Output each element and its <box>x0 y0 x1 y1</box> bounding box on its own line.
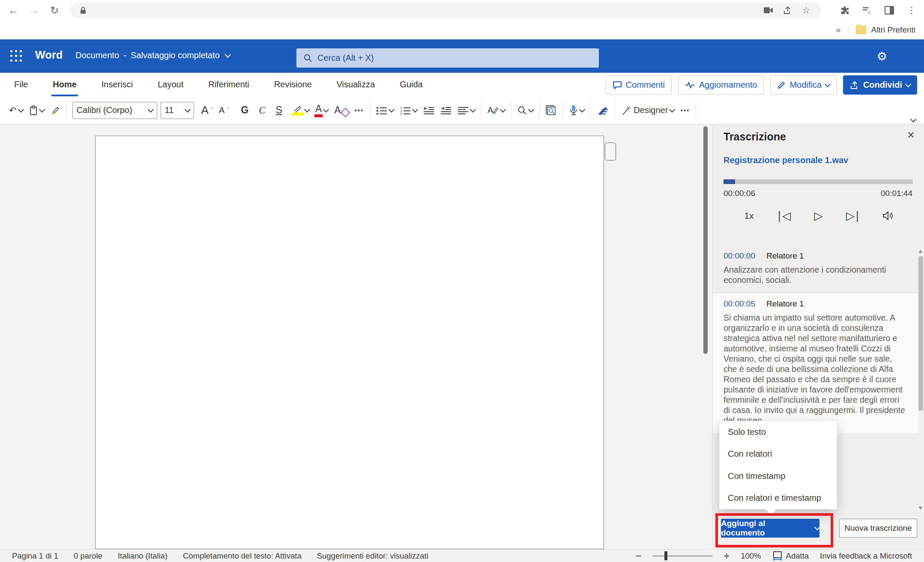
bookmarks-folder-label[interactable]: Altri Preferiti <box>871 25 915 35</box>
playback-speed-button[interactable]: 1x <box>742 208 757 223</box>
app-launcher-icon[interactable] <box>8 48 25 65</box>
camera-icon[interactable] <box>762 4 775 17</box>
tab-riferimenti[interactable]: Riferimenti <box>207 73 251 96</box>
language-indicator[interactable]: Italiano (Italia) <box>118 551 167 561</box>
address-bar[interactable]: ☆ <box>70 2 821 18</box>
document-scrollbar[interactable] <box>703 126 708 354</box>
menu-item-solo-testo[interactable]: Solo testo <box>720 421 837 443</box>
designer-button[interactable]: Designer <box>618 103 677 118</box>
browser-reload-button[interactable]: ↻ <box>47 3 62 18</box>
bookmark-star-icon[interactable]: ☆ <box>800 4 813 17</box>
editor-suggestions-status[interactable]: Suggerimenti editor: visualizzati <box>317 551 428 561</box>
zoom-out-button[interactable]: − <box>635 550 641 562</box>
immersive-reader-button[interactable] <box>543 103 560 118</box>
fit-to-page-button[interactable]: Adatta <box>772 551 809 561</box>
next-segment-button[interactable]: ▷∣ <box>846 208 861 223</box>
audio-progress-bar[interactable] <box>724 179 913 184</box>
tab-layout[interactable]: Layout <box>156 73 185 96</box>
title-chevron-icon[interactable] <box>225 51 231 57</box>
paste-button[interactable] <box>26 103 47 118</box>
page-count[interactable]: Pagina 1 di 1 <box>12 551 58 561</box>
document-name[interactable]: Documento <box>75 51 119 60</box>
decrease-indent-button[interactable] <box>420 103 437 118</box>
underline-letter: S <box>276 104 282 116</box>
app-name[interactable]: Word <box>35 49 63 61</box>
transcript-segment[interactable]: 00:00:05 Relatore 1 Si chiama un impatto… <box>713 293 918 433</box>
close-icon[interactable]: × <box>907 129 915 141</box>
share-page-icon[interactable] <box>781 4 794 17</box>
text-completion-status[interactable]: Completamento del testo: Attivata <box>183 551 302 561</box>
volume-icon[interactable] <box>881 208 895 223</box>
extensions-puzzle-icon[interactable] <box>838 4 851 17</box>
comment-margin-card[interactable] <box>605 143 616 161</box>
tab-home[interactable]: Home <box>51 73 78 96</box>
font-color-button[interactable]: A <box>312 101 331 120</box>
catch-up-button[interactable]: Aggiornamento <box>678 75 764 95</box>
transcript-scroll-up-icon[interactable]: ▲ <box>918 248 923 254</box>
segment-text[interactable]: Si chiama un impatto sul settore automot… <box>724 312 906 425</box>
playlist-icon[interactable]: ♪ <box>861 4 873 17</box>
editor-button[interactable] <box>594 103 612 118</box>
feedback-link[interactable]: Invia feedback a Microsoft <box>820 551 912 561</box>
word-count[interactable]: 0 parole <box>74 551 102 561</box>
zoom-slider-thumb[interactable] <box>664 551 667 560</box>
alignment-button[interactable] <box>455 104 478 117</box>
tab-revisione[interactable]: Revisione <box>273 73 313 96</box>
undo-button[interactable]: ↶ <box>6 103 26 118</box>
transcript-scrollbar[interactable] <box>918 256 923 410</box>
font-name-select[interactable]: Calibri (Corpo) <box>72 102 157 119</box>
bullet-list-button[interactable] <box>373 103 397 118</box>
clear-formatting-button[interactable]: A <box>331 102 351 119</box>
bookmarks-overflow-button[interactable]: » <box>836 25 840 35</box>
more-toolbar-button[interactable]: ••• <box>677 104 693 116</box>
numbered-list-button[interactable]: 123 <box>397 103 420 118</box>
format-painter-button[interactable] <box>47 103 63 118</box>
underline-button[interactable]: S <box>273 102 285 119</box>
menu-item-con-timestamp[interactable]: Con timestamp <box>720 465 837 487</box>
add-to-document-button[interactable]: Aggiungi al documento <box>721 519 819 538</box>
shrink-font-button[interactable]: Aˇ <box>216 103 232 118</box>
document-page[interactable] <box>95 136 604 549</box>
more-font-options-button[interactable]: ••• <box>352 104 367 116</box>
menu-item-con-relatori[interactable]: Con relatori <box>720 443 837 465</box>
menu-item-con-relatori-e-timestamp[interactable]: Con relatori e timestamp <box>720 487 837 509</box>
italic-button[interactable]: C <box>256 102 268 119</box>
transcript-segment[interactable]: 00:00:00 Relatore 1 Analizzare con atten… <box>713 245 918 293</box>
zoom-level[interactable]: 100% <box>741 551 761 561</box>
tab-visualizza[interactable]: Visualizza <box>335 73 377 96</box>
transcript-scroll-down-icon[interactable]: ▼ <box>918 505 923 511</box>
styles-button[interactable]: A <box>484 103 508 118</box>
new-transcription-button[interactable]: Nuova trascrizione <box>839 519 917 538</box>
search-input[interactable]: Cerca (Alt + X) <box>296 48 599 68</box>
side-panel-icon[interactable] <box>883 4 896 17</box>
tab-file[interactable]: File <box>13 73 29 96</box>
numbered-list-chevron-icon <box>412 106 418 112</box>
highlight-button[interactable] <box>290 103 312 118</box>
browser-forward-button[interactable]: → <box>27 3 41 18</box>
browser-menu-icon[interactable]: ⋮ <box>905 4 918 17</box>
find-button[interactable] <box>514 103 536 118</box>
share-button[interactable]: Condividi <box>843 75 917 95</box>
zoom-in-button[interactable]: + <box>724 550 730 562</box>
undo-icon: ↶ <box>9 105 17 116</box>
segment-timestamp[interactable]: 00:00:00 <box>724 251 755 261</box>
tab-inserisci[interactable]: Inserisci <box>100 73 134 96</box>
dictate-button[interactable] <box>566 102 587 119</box>
zoom-slider[interactable] <box>652 556 712 556</box>
bold-button[interactable]: G <box>238 102 251 119</box>
grow-font-button[interactable]: Aˆ <box>198 101 216 119</box>
segment-text[interactable]: Analizzare con attenzione i condizioname… <box>724 265 906 285</box>
collapse-ribbon-icon[interactable] <box>910 116 916 122</box>
play-button[interactable]: ▷ <box>811 208 826 223</box>
document-title[interactable]: Documento - Salvataggio completato <box>75 51 230 60</box>
font-size-select[interactable]: 11 <box>161 102 194 119</box>
previous-segment-button[interactable]: ∣◁ <box>777 208 791 223</box>
comments-button[interactable]: Commenti <box>606 75 672 95</box>
increase-indent-button[interactable] <box>437 103 455 118</box>
tab-guida[interactable]: Guida <box>398 73 424 96</box>
segment-timestamp[interactable]: 00:00:05 <box>724 299 755 309</box>
settings-gear-icon[interactable]: ⚙ <box>877 50 887 63</box>
mode-button[interactable]: Modifica <box>770 75 836 95</box>
audio-file-link[interactable]: Registrazione personale 1.wav <box>724 155 848 165</box>
browser-back-button[interactable]: ← <box>6 3 21 18</box>
